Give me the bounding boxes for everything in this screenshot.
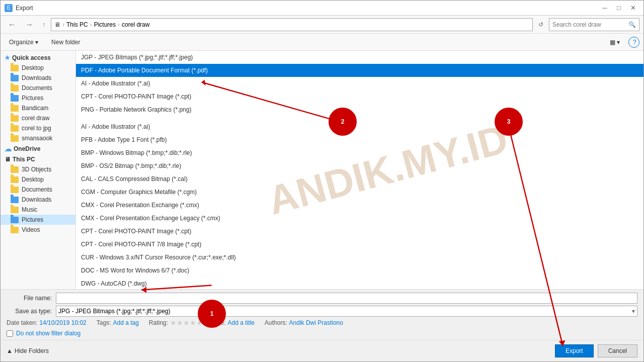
action-buttons: Export Cancel bbox=[555, 344, 637, 357]
rating-item: Rating: ★★★★★ bbox=[149, 319, 203, 327]
sidebar-label-videos: Videos bbox=[22, 226, 40, 233]
hide-folders-arrow-icon: ▲ bbox=[7, 347, 13, 354]
sidebar-item-music[interactable]: Music bbox=[1, 205, 75, 215]
format-item[interactable]: BMP - OS/2 Bitmap (*.bmp;*.dib;*.rle) bbox=[76, 159, 643, 172]
sidebar-header-thispc[interactable]: 🖥 This PC bbox=[1, 154, 75, 164]
breadcrumb-pictures: Pictures bbox=[94, 21, 116, 28]
format-item[interactable]: CPT - Corel PHOTO-PAINT 7/8 Image (*.cpt… bbox=[76, 238, 643, 251]
forward-button[interactable]: → bbox=[22, 19, 37, 31]
saveas-select[interactable]: JPG - JPEG Bitmaps (*.jpg;*.jtf;*.jff;*.… bbox=[56, 306, 637, 317]
new-folder-button[interactable]: New folder bbox=[47, 36, 85, 48]
sidebar-label-music: Music bbox=[22, 206, 37, 213]
sidebar-item-3dobjects[interactable]: 3D Objects bbox=[1, 164, 75, 174]
folder-icon bbox=[11, 176, 19, 183]
sidebar-item-documents2[interactable]: Documents bbox=[1, 185, 75, 195]
search-input[interactable] bbox=[552, 21, 628, 28]
format-item[interactable]: CAL - CALS Compressed Bitmap (*.cal) bbox=[76, 172, 643, 186]
title-item: Title: Add a title bbox=[213, 319, 255, 326]
no-filter-label[interactable]: Do not show filter dialog bbox=[16, 330, 80, 337]
up-button[interactable]: ↑ bbox=[39, 19, 49, 31]
rating-stars[interactable]: ★★★★★ bbox=[170, 319, 203, 327]
format-list[interactable]: JGP - JPEG Bitmaps (*.jpg;*.jtf;*.jff;*.… bbox=[76, 51, 643, 289]
folder-icon bbox=[11, 105, 19, 112]
breadcrumb-coreldraw: corel draw bbox=[122, 21, 149, 28]
format-item[interactable]: AI - Adobe Illustrator (*.ai) bbox=[76, 120, 643, 133]
format-item[interactable]: CPT - Corel PHOTO-PAINT Image (*.cpt) bbox=[76, 225, 643, 238]
sidebar-item-coreltojpg[interactable]: corel to jpg bbox=[1, 123, 75, 133]
saveas-label: Save as type: bbox=[7, 308, 52, 315]
pc-icon: 🖥 bbox=[5, 156, 11, 163]
app-icon: E bbox=[5, 4, 13, 12]
sidebar-item-coreldraw[interactable]: corel draw bbox=[1, 113, 75, 123]
organize-button[interactable]: Organize ▾ bbox=[5, 36, 43, 48]
no-filter-checkbox[interactable] bbox=[7, 330, 13, 337]
filename-label: File name: bbox=[7, 295, 52, 302]
sidebar-label-onedrive: OneDrive bbox=[14, 145, 40, 152]
sidebar-label-thispc: This PC bbox=[13, 156, 35, 163]
format-item[interactable]: JGP - JPEG Bitmaps (*.jpg;*.jtf;*.jff;*.… bbox=[76, 51, 643, 64]
sidebar-item-downloads[interactable]: Downloads bbox=[1, 195, 75, 205]
format-item[interactable]: PFB - Adobe Type 1 Font (*.pfb) bbox=[76, 133, 643, 146]
filename-input[interactable] bbox=[56, 293, 637, 304]
sidebar-header-onedrive[interactable]: ☁ OneDrive bbox=[1, 143, 75, 154]
help-button[interactable]: ? bbox=[628, 37, 639, 48]
folder-icon bbox=[11, 227, 19, 233]
date-taken-item: Date taken: 14/10/2019 10:02 bbox=[7, 319, 87, 326]
sidebar-label-documents2: Documents bbox=[22, 186, 52, 193]
tags-value[interactable]: Add a tag bbox=[113, 319, 138, 326]
sidebar-item-documents[interactable]: Documents bbox=[1, 83, 75, 93]
sidebar-item-pictures-quick[interactable]: Pictures bbox=[1, 93, 75, 103]
breadcrumb-thispc: This PC bbox=[66, 21, 88, 28]
sidebar-item-smansaook[interactable]: smansaook bbox=[1, 133, 75, 143]
search-bar[interactable]: 🔍 bbox=[549, 18, 639, 31]
folder-icon bbox=[11, 207, 19, 213]
format-item[interactable]: CUR - Windows 3.x/NT Cursor Resource (*.… bbox=[76, 251, 643, 264]
title-value[interactable]: Add a title bbox=[227, 319, 254, 326]
close-button[interactable]: ✕ bbox=[626, 3, 639, 13]
authors-value[interactable]: Andik Dwi Prastiono bbox=[289, 319, 343, 326]
sidebar-label-downloads-quick: Downloads bbox=[22, 74, 51, 81]
format-item[interactable]: CPT - Corel PHOTO-PAINT Image (*.cpt) bbox=[76, 90, 643, 103]
format-item[interactable]: DOC - MS Word for Windows 6/7 (*.doc) bbox=[76, 264, 643, 277]
breadcrumb-sep2: › bbox=[90, 21, 92, 28]
filter-row: Do not show filter dialog bbox=[7, 330, 637, 337]
organize-arrow-icon: ▾ bbox=[35, 39, 38, 46]
hide-folders-label: Hide Folders bbox=[15, 347, 49, 354]
saveas-arrow-icon: ▾ bbox=[632, 308, 635, 315]
sidebar-label-pictures: Pictures bbox=[22, 216, 43, 223]
breadcrumb[interactable]: 🖥 › This PC › Pictures › corel draw bbox=[51, 18, 533, 31]
sidebar-label-documents: Documents bbox=[22, 84, 52, 92]
view-button[interactable]: ▦ ▾ bbox=[605, 36, 624, 48]
onedrive-icon: ☁ bbox=[5, 145, 12, 153]
format-item[interactable]: CGM - Computer Graphics Metafile (*.cgm) bbox=[76, 186, 643, 199]
refresh-button[interactable]: ↺ bbox=[535, 19, 547, 31]
format-item[interactable]: PNG - Portable Network Graphics (*.png) bbox=[76, 103, 643, 116]
format-item[interactable]: CMX - Corel Presentation Exchange Legacy… bbox=[76, 212, 643, 225]
export-button[interactable]: Export bbox=[555, 344, 594, 357]
sidebar-item-downloads-quick[interactable]: Downloads bbox=[1, 73, 75, 83]
folder-icon bbox=[11, 65, 19, 71]
sidebar-item-desktop2[interactable]: Desktop bbox=[1, 174, 75, 185]
folder-icon bbox=[11, 166, 19, 173]
sidebar-label-downloads: Downloads bbox=[22, 196, 51, 203]
maximize-button[interactable]: □ bbox=[612, 3, 625, 13]
folder-icon bbox=[11, 187, 19, 193]
sidebar-item-videos[interactable]: Videos bbox=[1, 225, 75, 235]
back-button[interactable]: ← bbox=[5, 19, 20, 31]
metadata-row: Date taken: 14/10/2019 10:02 Tags: Add a… bbox=[7, 319, 637, 327]
date-taken-label: Date taken: bbox=[7, 319, 37, 326]
format-item[interactable]: DWG - AutoCAD (*.dwg) bbox=[76, 277, 643, 289]
export-dialog: E Export ─ □ ✕ ← → ↑ 🖥 › This PC › Pictu… bbox=[0, 0, 644, 362]
format-item[interactable]: BMP - Windows Bitmap (*.bmp;*.dib;*.rle) bbox=[76, 146, 643, 159]
sidebar-item-bandicam[interactable]: Bandicam bbox=[1, 103, 75, 113]
search-icon: 🔍 bbox=[628, 21, 636, 28]
format-item[interactable]: PDF - Adobe Portable Document Format (*.… bbox=[76, 64, 643, 77]
sidebar-item-desktop[interactable]: Desktop bbox=[1, 63, 75, 73]
sidebar-item-pictures[interactable]: Pictures bbox=[1, 215, 75, 225]
hide-folders-toggle[interactable]: ▲ Hide Folders bbox=[7, 347, 49, 354]
cancel-button[interactable]: Cancel bbox=[598, 344, 637, 357]
minimize-button[interactable]: ─ bbox=[598, 3, 611, 13]
filename-row: File name: bbox=[7, 293, 637, 304]
format-item[interactable]: AI - Adobe Illustrator (*.ai) bbox=[76, 77, 643, 90]
format-item[interactable]: CMX - Corel Presentation Exchange (*.cmx… bbox=[76, 199, 643, 212]
